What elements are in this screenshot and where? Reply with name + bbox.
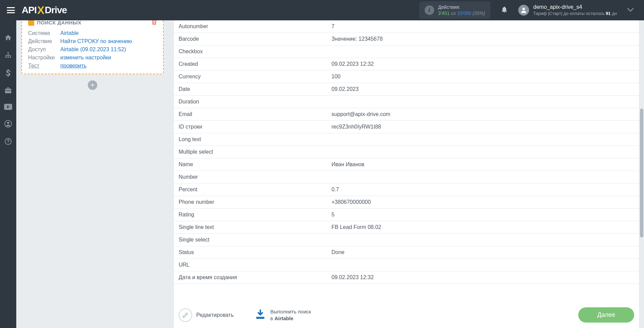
row-key: Single select [174, 237, 331, 243]
row-key: Single line text [174, 224, 331, 230]
row-key: Barcode [174, 36, 331, 42]
chevron-down-icon[interactable] [627, 7, 634, 13]
access-value[interactable]: Airtable (09.02.2023 11:52) [60, 46, 157, 53]
system-value[interactable]: Airtable [60, 30, 157, 36]
scrollbar-thumb[interactable] [640, 109, 643, 237]
data-panel: Autonumber7BarcodeЗначение: 12345678Chec… [174, 20, 639, 328]
row-value: 7 [331, 23, 639, 30]
row-key: Checkbox [174, 49, 331, 55]
table-row: Date09.02.2023 [174, 83, 639, 96]
sidebar-user-icon[interactable] [0, 120, 16, 128]
table-row: Checkbox [174, 45, 639, 58]
row-value: Значение: 12345678 [331, 36, 639, 42]
row-key: Status [174, 249, 331, 255]
sidebar-help-icon[interactable] [0, 138, 16, 145]
row-key: Name [174, 161, 331, 168]
user-name: demo_apix-drive_s4 [533, 4, 617, 11]
row-value [331, 149, 639, 155]
table-row: Duration [174, 96, 639, 108]
sidebar-connections-icon[interactable] [0, 52, 16, 59]
table-row: Number [174, 171, 639, 184]
row-key: Rating [174, 212, 331, 218]
row-value: 09.02.2023 12:32 [331, 61, 639, 67]
table-row: Autonumber7 [174, 20, 639, 33]
row-value: 09.02.2023 [331, 86, 639, 92]
row-value: rec9Z3nh0IyRW1t88 [331, 124, 639, 130]
table-row: ID строкиrec9Z3nh0IyRW1t88 [174, 121, 639, 133]
edit-label: Редактировать [196, 312, 234, 318]
row-key: ID строки [174, 124, 331, 130]
row-key: Number [174, 174, 331, 180]
user-block[interactable]: demo_apix-drive_s4 Тариф |Старт| до опла… [518, 4, 617, 17]
delete-icon[interactable] [152, 20, 157, 26]
row-key: Дата и время создания [174, 274, 331, 281]
actions-counter[interactable]: i Действия: 3'451 из 10'000 (35%) [419, 1, 491, 19]
hamburger-menu-icon[interactable] [7, 7, 15, 13]
edit-button[interactable]: Редактировать [179, 308, 234, 322]
actions-label: Действия: [438, 4, 485, 10]
data-table: Autonumber7BarcodeЗначение: 12345678Chec… [174, 20, 639, 302]
table-row: URL [174, 259, 639, 271]
row-key: Duration [174, 99, 331, 105]
action-value[interactable]: Найти СТРОКУ по значению [60, 38, 157, 44]
table-row: NameИван Иванов [174, 158, 639, 171]
row-value [331, 136, 639, 142]
row-value [331, 262, 639, 268]
table-row: Emailsupport@apix-drive.com [174, 108, 639, 121]
row-key: Autonumber [174, 23, 331, 30]
table-row: BarcodeЗначение: 12345678 [174, 33, 639, 45]
row-key: Phone number [174, 199, 331, 205]
table-row: Rating5 [174, 209, 639, 221]
reload-button[interactable]: Выполнить поиск в Airtable [255, 308, 311, 322]
sidebar-briefcase-icon[interactable] [0, 87, 16, 94]
avatar [518, 5, 529, 16]
svg-rect-3 [7, 57, 9, 58]
svg-rect-2 [5, 57, 7, 58]
settings-label: Настройки [28, 55, 60, 61]
sidebar [0, 20, 16, 328]
svg-point-0 [523, 8, 525, 10]
add-step-button[interactable]: + [88, 80, 97, 90]
table-row: Long text [174, 133, 639, 146]
sidebar-billing-icon[interactable] [0, 69, 16, 77]
test-value[interactable]: проверить [60, 63, 157, 69]
table-row: Single select [174, 234, 639, 246]
action-label: Действие [28, 38, 60, 44]
sidebar-youtube-icon[interactable] [0, 104, 16, 110]
svg-rect-4 [10, 57, 11, 58]
row-key: Currency [174, 74, 331, 80]
pencil-icon [179, 308, 192, 322]
row-value: +380670000000 [331, 199, 639, 205]
row-value [331, 174, 639, 180]
reload-line2: в Airtable [270, 315, 311, 322]
top-header: APIXDrive i Действия: 3'451 из 10'000 (3… [0, 0, 644, 20]
table-row: Дата и время создания09.02.2023 12:32 [174, 271, 639, 284]
row-key: Long text [174, 136, 331, 142]
sidebar-home-icon[interactable] [0, 34, 16, 41]
logo[interactable]: APIXDrive [22, 4, 67, 17]
row-key: Created [174, 61, 331, 67]
access-label: Доступ [28, 46, 60, 53]
row-key: Multiple select [174, 149, 331, 155]
bell-icon[interactable] [501, 5, 508, 15]
row-value: 5 [331, 212, 639, 218]
search-data-card: ПОИСК ДАННЫХ Система Airtable Действие Н… [21, 20, 164, 74]
table-row: Currency100 [174, 71, 639, 83]
next-button[interactable]: Далее [578, 307, 634, 323]
search-badge-icon [28, 20, 34, 26]
settings-value[interactable]: изменить настройки [60, 55, 157, 61]
table-row: Multiple select [174, 146, 639, 158]
card-title: ПОИСК ДАННЫХ [37, 20, 81, 25]
user-tariff: Тариф |Старт| до оплаты осталось 91 дн [533, 11, 617, 17]
scrollbar-vertical[interactable] [639, 20, 644, 328]
table-row: Percent0.7 [174, 184, 639, 196]
table-row: StatusDone [174, 246, 639, 259]
row-value: Иван Иванов [331, 161, 639, 168]
row-key: Date [174, 86, 331, 92]
row-value: 0.7 [331, 187, 639, 193]
row-key: Email [174, 111, 331, 117]
table-row: Phone number+380670000000 [174, 196, 639, 209]
system-label: Система [28, 30, 60, 36]
svg-point-9 [8, 143, 8, 143]
row-value [331, 237, 639, 243]
